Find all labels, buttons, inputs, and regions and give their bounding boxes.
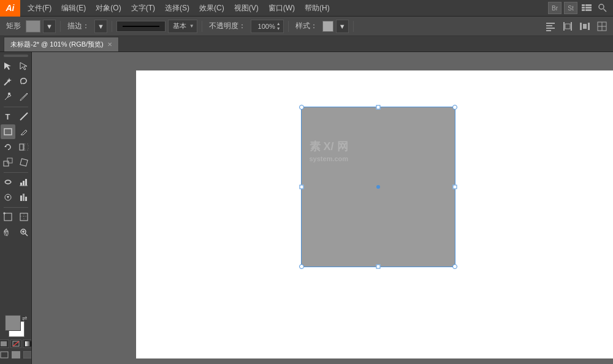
tool-sep-2 — [4, 172, 28, 173]
svg-rect-20 — [588, 23, 590, 30]
sep2 — [112, 21, 112, 32]
menu-effect[interactable]: 效果(C) — [194, 1, 229, 15]
handle-mid-left[interactable] — [300, 185, 304, 189]
sep3 — [202, 21, 202, 32]
pen-tool[interactable] — [1, 89, 15, 104]
handle-center — [376, 185, 380, 189]
handle-bottom-right[interactable] — [452, 264, 457, 269]
svg-rect-13 — [546, 28, 555, 29]
tab-doc1[interactable]: 未标题-2* @ 101% (RGB/预览) ✕ — [4, 37, 119, 51]
pencil-tool[interactable] — [17, 124, 31, 139]
menu-edit[interactable]: 编辑(E) — [56, 1, 91, 15]
handle-top-left[interactable] — [299, 105, 304, 110]
view-mode-row — [0, 351, 32, 359]
rotate-tool[interactable] — [1, 140, 15, 154]
svg-rect-61 — [23, 351, 32, 358]
menu-object[interactable]: 对象(O) — [91, 1, 126, 15]
canvas-area[interactable]: 素材公社 www.tooopen.com 素 X/ 网 system.com — [32, 52, 613, 364]
opacity-arrows[interactable]: ▲ ▼ — [276, 21, 281, 31]
svg-rect-14 — [546, 30, 551, 31]
svg-line-27 — [20, 113, 28, 120]
symbol-tool[interactable] — [1, 190, 15, 205]
style-swatch[interactable] — [322, 21, 333, 32]
reflect-tool[interactable] — [17, 140, 31, 154]
svg-marker-30 — [4, 146, 7, 147]
handle-top-right[interactable] — [452, 105, 457, 110]
stroke-type-arrow: ▼ — [189, 23, 194, 29]
type-tool[interactable]: T — [1, 109, 15, 124]
stock-icon[interactable]: St — [564, 2, 577, 14]
menu-file[interactable]: 文件(F) — [23, 1, 56, 15]
handle-bottom-left[interactable] — [299, 264, 304, 269]
transform-icon[interactable] — [595, 19, 609, 34]
rect-object[interactable]: 素 X/ 网 system.com — [302, 107, 455, 267]
swatch-mode-row — [0, 339, 32, 348]
sep1 — [60, 21, 61, 32]
align-left-icon[interactable] — [543, 19, 558, 34]
stroke-label: 描边： — [65, 21, 92, 31]
fill-dropdown-arrow: ▼ — [46, 23, 53, 30]
column-graph-tool[interactable] — [17, 190, 31, 205]
search-icon[interactable] — [596, 2, 609, 14]
zoom-tool[interactable] — [17, 225, 31, 240]
foreground-swatch[interactable] — [5, 315, 21, 331]
sep4 — [288, 21, 289, 32]
style-label: 样式： — [293, 21, 320, 31]
svg-rect-58 — [25, 341, 31, 346]
hand-tool[interactable] — [1, 225, 15, 240]
screen-mode-full[interactable] — [11, 351, 21, 359]
handle-top-mid[interactable] — [376, 105, 381, 110]
scale-tool[interactable] — [1, 155, 15, 170]
toolbox-drag-handle — [4, 55, 28, 57]
opacity-input-group[interactable]: ▲ ▼ — [251, 20, 284, 33]
svg-rect-15 — [563, 22, 565, 31]
screen-mode-fullscreen[interactable] — [23, 351, 32, 359]
stroke-dropdown[interactable]: ▼ — [94, 20, 107, 33]
svg-line-52 — [25, 233, 28, 236]
tool-row-11 — [0, 225, 31, 240]
fill-mode-none[interactable] — [10, 339, 21, 348]
free-transform-tool[interactable] — [17, 155, 31, 170]
fill-dropdown[interactable]: ▼ — [43, 20, 56, 33]
bridge-icon[interactable]: Br — [548, 2, 562, 14]
artboard-tool[interactable] — [1, 210, 15, 224]
align-center-icon[interactable] — [560, 19, 575, 34]
line-tool[interactable] — [17, 109, 31, 124]
brush-tool[interactable] — [17, 89, 31, 104]
graph-tool[interactable] — [17, 175, 31, 189]
fill-swatch[interactable] — [26, 20, 40, 32]
menu-select[interactable]: 选择(S) — [160, 1, 194, 15]
fill-mode-gradient[interactable] — [23, 339, 32, 348]
direct-selection-tool[interactable] — [17, 59, 31, 74]
lasso-tool[interactable] — [17, 74, 31, 89]
screen-mode-normal[interactable] — [0, 351, 9, 359]
svg-rect-5 — [588, 7, 592, 9]
svg-rect-44 — [25, 197, 27, 201]
rectangle-tool[interactable] — [1, 124, 15, 139]
tab-doc1-close[interactable]: ✕ — [107, 41, 112, 48]
opacity-input[interactable] — [254, 23, 275, 30]
handle-mid-right[interactable] — [453, 185, 457, 189]
menu-right-icons: Br St — [548, 2, 613, 14]
menu-help[interactable]: 帮助(H) — [300, 1, 335, 15]
svg-rect-36 — [20, 159, 27, 166]
handle-bottom-mid[interactable] — [376, 265, 381, 269]
menu-text[interactable]: 文字(T) — [126, 1, 160, 15]
swap-colors-icon[interactable]: ⇌ — [22, 315, 27, 322]
svg-rect-43 — [23, 194, 25, 201]
stroke-preview — [116, 21, 166, 32]
menu-window[interactable]: 窗口(W) — [264, 1, 300, 15]
warp-tool[interactable] — [1, 175, 15, 189]
magic-wand-tool[interactable] — [1, 74, 15, 89]
fill-mode-solid[interactable] — [0, 339, 9, 348]
stroke-type-dropdown[interactable]: 基本 ▼ — [168, 20, 197, 33]
distribute-icon[interactable] — [577, 19, 592, 34]
workspace-icon[interactable] — [580, 2, 593, 14]
style-dropdown[interactable]: ▼ — [336, 20, 349, 33]
slice-tool[interactable] — [17, 210, 31, 224]
tool-row-10 — [0, 210, 31, 224]
svg-rect-59 — [1, 352, 8, 358]
selection-tool[interactable] — [1, 59, 15, 74]
svg-rect-35 — [7, 158, 12, 163]
menu-view[interactable]: 视图(V) — [229, 1, 264, 15]
